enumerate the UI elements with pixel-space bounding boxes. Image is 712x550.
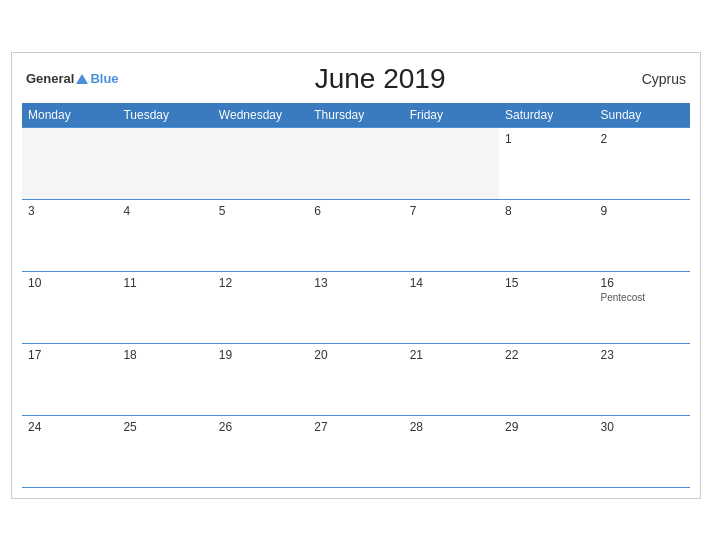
country-label: Cyprus	[642, 71, 686, 87]
day-number: 30	[601, 420, 684, 434]
day-number: 13	[314, 276, 397, 290]
day-number: 10	[28, 276, 111, 290]
weekday-header-row: MondayTuesdayWednesdayThursdayFridaySatu…	[22, 103, 690, 128]
calendar-cell: 28	[404, 415, 499, 487]
calendar-cell: 8	[499, 199, 594, 271]
day-number: 3	[28, 204, 111, 218]
day-number: 11	[123, 276, 206, 290]
calendar-header: General Blue June 2019 Cyprus	[22, 63, 690, 95]
calendar-cell: 7	[404, 199, 499, 271]
calendar-cell: 16Pentecost	[595, 271, 690, 343]
logo-triangle-icon	[76, 74, 88, 84]
calendar-cell: 12	[213, 271, 308, 343]
weekday-header-friday: Friday	[404, 103, 499, 128]
day-number: 5	[219, 204, 302, 218]
day-number: 8	[505, 204, 588, 218]
week-row: 12	[22, 127, 690, 199]
week-row: 24252627282930	[22, 415, 690, 487]
calendar-cell: 23	[595, 343, 690, 415]
logo-general-text: General	[26, 71, 74, 86]
calendar-cell: 24	[22, 415, 117, 487]
calendar-cell: 21	[404, 343, 499, 415]
calendar-cell: 11	[117, 271, 212, 343]
calendar-cell	[117, 127, 212, 199]
weekday-header-wednesday: Wednesday	[213, 103, 308, 128]
day-number: 24	[28, 420, 111, 434]
day-number: 26	[219, 420, 302, 434]
day-number: 27	[314, 420, 397, 434]
day-number: 17	[28, 348, 111, 362]
weekday-header-monday: Monday	[22, 103, 117, 128]
calendar-table: MondayTuesdayWednesdayThursdayFridaySatu…	[22, 103, 690, 488]
day-number: 23	[601, 348, 684, 362]
weekday-header-saturday: Saturday	[499, 103, 594, 128]
calendar-cell: 18	[117, 343, 212, 415]
weekday-header-sunday: Sunday	[595, 103, 690, 128]
weekday-header-tuesday: Tuesday	[117, 103, 212, 128]
day-number: 9	[601, 204, 684, 218]
week-row: 3456789	[22, 199, 690, 271]
calendar-cell: 20	[308, 343, 403, 415]
logo: General Blue	[26, 71, 119, 86]
calendar-cell: 19	[213, 343, 308, 415]
calendar-cell: 30	[595, 415, 690, 487]
day-number: 22	[505, 348, 588, 362]
day-number: 1	[505, 132, 588, 146]
day-event: Pentecost	[601, 292, 684, 303]
day-number: 19	[219, 348, 302, 362]
calendar-cell	[213, 127, 308, 199]
calendar-cell: 25	[117, 415, 212, 487]
calendar-title: June 2019	[119, 63, 642, 95]
calendar-cell: 27	[308, 415, 403, 487]
calendar-cell: 1	[499, 127, 594, 199]
calendar-cell: 6	[308, 199, 403, 271]
calendar-cell	[22, 127, 117, 199]
day-number: 4	[123, 204, 206, 218]
day-number: 16	[601, 276, 684, 290]
calendar-cell: 29	[499, 415, 594, 487]
calendar-cell: 17	[22, 343, 117, 415]
calendar-cell: 9	[595, 199, 690, 271]
calendar-cell: 2	[595, 127, 690, 199]
day-number: 6	[314, 204, 397, 218]
day-number: 29	[505, 420, 588, 434]
day-number: 21	[410, 348, 493, 362]
week-row: 10111213141516Pentecost	[22, 271, 690, 343]
calendar-cell: 10	[22, 271, 117, 343]
logo-blue-text: Blue	[90, 71, 118, 86]
day-number: 7	[410, 204, 493, 218]
day-number: 25	[123, 420, 206, 434]
day-number: 2	[601, 132, 684, 146]
calendar-cell: 13	[308, 271, 403, 343]
week-row: 17181920212223	[22, 343, 690, 415]
calendar-cell: 4	[117, 199, 212, 271]
day-number: 12	[219, 276, 302, 290]
calendar-cell: 15	[499, 271, 594, 343]
calendar-cell	[404, 127, 499, 199]
calendar-cell: 26	[213, 415, 308, 487]
day-number: 18	[123, 348, 206, 362]
calendar-cell: 22	[499, 343, 594, 415]
day-number: 20	[314, 348, 397, 362]
calendar: General Blue June 2019 Cyprus MondayTues…	[11, 52, 701, 499]
calendar-cell: 14	[404, 271, 499, 343]
day-number: 15	[505, 276, 588, 290]
day-number: 14	[410, 276, 493, 290]
calendar-cell	[308, 127, 403, 199]
weekday-header-thursday: Thursday	[308, 103, 403, 128]
day-number: 28	[410, 420, 493, 434]
calendar-cell: 3	[22, 199, 117, 271]
calendar-cell: 5	[213, 199, 308, 271]
